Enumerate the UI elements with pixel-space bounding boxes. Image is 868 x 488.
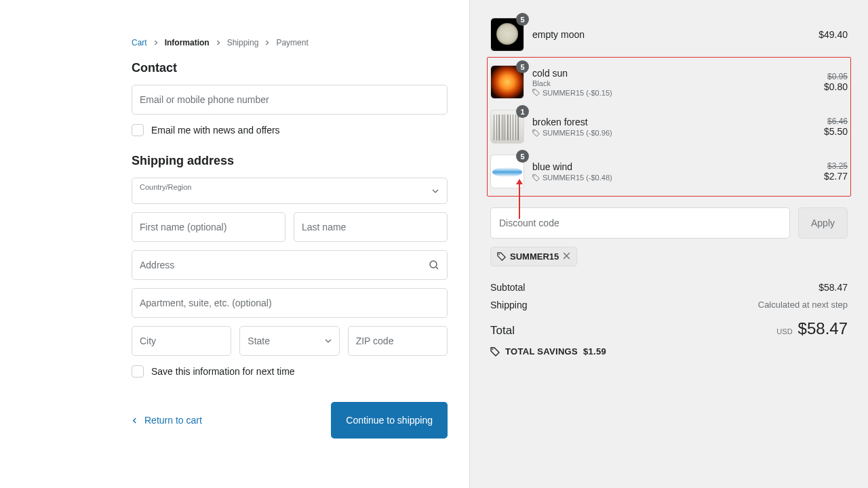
remove-discount-icon[interactable] bbox=[563, 251, 570, 262]
chevron-right-icon bbox=[216, 40, 221, 45]
item-name: cold sun bbox=[532, 68, 816, 79]
search-icon bbox=[429, 260, 439, 270]
qty-badge: 5 bbox=[516, 13, 529, 26]
chevron-left-icon bbox=[132, 418, 138, 424]
discount-chip: SUMMER15 bbox=[490, 247, 577, 266]
continue-button[interactable]: Continue to shipping bbox=[331, 402, 448, 439]
item-name: empty moon bbox=[532, 29, 810, 40]
crumb-payment: Payment bbox=[276, 38, 308, 47]
svg-point-3 bbox=[534, 176, 534, 176]
qty-badge: 1 bbox=[516, 105, 529, 118]
return-label: Return to cart bbox=[144, 415, 202, 426]
item-price: $0.80 bbox=[824, 81, 848, 92]
crumb-information: Information bbox=[165, 38, 210, 47]
item-variant: Black bbox=[532, 79, 816, 87]
cart-item: 5 cold sun Black SUMMER15 (-$0.15) $0.95… bbox=[490, 60, 848, 104]
total-value: $58.47 bbox=[798, 319, 848, 338]
crumb-cart[interactable]: Cart bbox=[132, 38, 147, 47]
apartment-field[interactable]: Apartment, suite, etc. (optional) bbox=[132, 288, 448, 318]
subtotal-value: $58.47 bbox=[818, 282, 848, 293]
breadcrumb: Cart Information Shipping Payment bbox=[132, 38, 448, 47]
currency-label: USD bbox=[776, 327, 792, 336]
item-orig-price: $3.25 bbox=[824, 161, 848, 171]
qty-badge: 5 bbox=[516, 60, 529, 73]
address-field[interactable]: Address bbox=[132, 250, 448, 280]
close-icon bbox=[563, 252, 570, 260]
svg-point-2 bbox=[534, 131, 534, 131]
save-info-label: Save this information for next time bbox=[151, 366, 295, 377]
item-discount: SUMMER15 (-$0.96) bbox=[542, 129, 612, 137]
news-checkbox[interactable] bbox=[132, 124, 144, 136]
item-price: $49.40 bbox=[818, 29, 848, 40]
country-label: Country/Region bbox=[140, 183, 439, 191]
cart-item: 1 broken forest SUMMER15 (-$0.96) $6.46 … bbox=[490, 104, 848, 149]
item-price: $5.50 bbox=[824, 126, 848, 137]
svg-point-4 bbox=[498, 253, 500, 255]
news-label: Email me with news and offers bbox=[151, 125, 280, 136]
subtotal-label: Subtotal bbox=[490, 282, 525, 293]
highlighted-items: 5 cold sun Black SUMMER15 (-$0.15) $0.95… bbox=[487, 57, 851, 197]
item-discount: SUMMER15 (-$0.48) bbox=[542, 174, 612, 182]
discount-input[interactable]: Discount code bbox=[490, 207, 790, 239]
item-orig-price: $6.46 bbox=[824, 117, 848, 126]
savings-value: $1.59 bbox=[583, 346, 606, 357]
cart-item: 5 empty moon $49.40 bbox=[490, 12, 848, 57]
svg-point-0 bbox=[430, 261, 437, 268]
contact-heading: Contact bbox=[132, 61, 448, 75]
total-label: Total bbox=[490, 324, 515, 338]
tag-icon bbox=[490, 347, 500, 357]
last-name-field[interactable]: Last name bbox=[294, 212, 448, 242]
shipping-note: Calculated at next step bbox=[758, 300, 848, 310]
item-discount: SUMMER15 (-$0.15) bbox=[542, 89, 612, 97]
tag-icon bbox=[532, 174, 540, 182]
country-select[interactable]: Country/Region bbox=[132, 178, 448, 204]
annotation-arrow bbox=[519, 180, 520, 219]
item-orig-price: $0.95 bbox=[824, 72, 848, 81]
item-price: $2.77 bbox=[824, 171, 848, 182]
svg-point-1 bbox=[534, 90, 534, 91]
email-field[interactable]: Email or mobile phone number bbox=[132, 85, 448, 115]
svg-point-5 bbox=[492, 348, 494, 350]
chevron-right-icon bbox=[153, 40, 159, 45]
shipping-heading: Shipping address bbox=[132, 154, 448, 168]
tag-icon bbox=[532, 129, 540, 137]
zip-field[interactable]: ZIP code bbox=[348, 326, 448, 356]
chevron-down-icon bbox=[325, 338, 332, 344]
chevron-right-icon bbox=[264, 40, 270, 45]
tag-icon bbox=[532, 89, 540, 96]
save-info-checkbox[interactable] bbox=[132, 365, 144, 378]
tag-icon bbox=[497, 252, 506, 261]
crumb-shipping: Shipping bbox=[227, 38, 259, 47]
cart-item: 5 blue wind SUMMER15 (-$0.48) $3.25 $2.7… bbox=[490, 149, 848, 194]
return-to-cart-link[interactable]: Return to cart bbox=[132, 415, 202, 426]
first-name-field[interactable]: First name (optional) bbox=[132, 212, 285, 242]
chip-label: SUMMER15 bbox=[510, 251, 559, 262]
qty-badge: 5 bbox=[516, 150, 529, 163]
savings-label: TOTAL SAVINGS bbox=[505, 346, 578, 357]
city-field[interactable]: City bbox=[132, 326, 231, 356]
chevron-down-icon bbox=[432, 188, 439, 195]
item-name: broken forest bbox=[532, 117, 816, 127]
shipping-label: Shipping bbox=[490, 300, 528, 310]
apply-button[interactable]: Apply bbox=[798, 207, 848, 239]
item-name: blue wind bbox=[532, 161, 816, 172]
